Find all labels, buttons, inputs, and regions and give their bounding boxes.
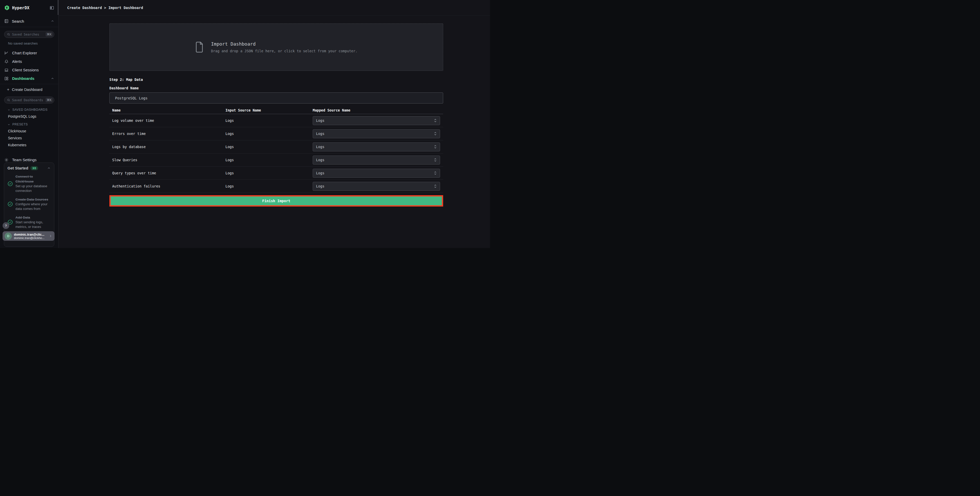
user-name: dominic.tran@clic... xyxy=(14,233,46,236)
user-email: dominic.tran@clickho... xyxy=(14,236,46,239)
row-input-source: Logs xyxy=(223,184,310,188)
shortcut-badge: ⌘K xyxy=(46,32,53,37)
saved-searches-input[interactable] xyxy=(12,32,44,36)
plus-icon: + xyxy=(7,87,9,92)
mapped-source-select[interactable]: Logs xyxy=(313,129,440,138)
hyperdx-logo-icon xyxy=(4,5,10,11)
select-chevrons-icon xyxy=(434,145,437,149)
dropzone-subtitle: Drag and drop a JSON file here, or click… xyxy=(211,49,358,53)
step-title: Create Data Sources xyxy=(16,198,48,201)
row-mapped-source-cell: Logs xyxy=(310,129,443,138)
mapped-source-select[interactable]: Logs xyxy=(313,182,440,191)
sidebar-preset-services[interactable]: Services xyxy=(0,136,59,140)
mapped-source-select[interactable]: Logs xyxy=(313,169,440,178)
shortcut-badge: ⌘K xyxy=(46,98,53,102)
select-chevrons-icon xyxy=(434,158,437,162)
mapped-source-select[interactable]: Logs xyxy=(313,142,440,152)
breadcrumb: Create Dashboard > Import Dashboard xyxy=(67,6,143,10)
step-desc: Set up your database connection xyxy=(16,184,51,193)
finish-import-button[interactable]: Finish Import xyxy=(111,196,442,205)
chevron-up-icon[interactable] xyxy=(47,166,51,170)
get-started-step-connect[interactable]: Connect to ClickHouse Set up your databa… xyxy=(8,174,51,193)
search-section-label: Search xyxy=(12,19,24,24)
sidebar-item-client-sessions[interactable]: Client Sessions xyxy=(0,66,59,74)
sidebar-dashboard-postgresql-logs[interactable]: PostgreSQL Logs xyxy=(0,114,59,118)
group-saved-dashboards[interactable]: SAVED DASHBOARDS xyxy=(0,108,59,112)
table-row: Logs by database Logs Logs xyxy=(110,140,443,153)
row-mapped-source-cell: Logs xyxy=(310,169,443,178)
step-title: Add Data xyxy=(16,215,30,219)
nav-label: Client Sessions xyxy=(12,68,38,72)
search-icon xyxy=(7,98,10,102)
row-mapped-source-cell: Logs xyxy=(310,182,443,191)
row-name: Authentication failures xyxy=(110,184,223,188)
import-dashboard-panel: Import Dashboard Drag and drop a JSON fi… xyxy=(110,24,443,207)
select-value: Logs xyxy=(316,118,325,123)
select-chevrons-icon xyxy=(434,171,437,175)
finish-import-highlight: Finish Import xyxy=(110,195,443,207)
select-value: Logs xyxy=(316,184,325,188)
chevron-down-icon xyxy=(8,123,10,126)
saved-dashboards-searchbox[interactable]: ⌘K xyxy=(4,97,54,104)
table-row: Slow Queries Logs Logs xyxy=(110,153,443,167)
create-dashboard-label: Create Dashboard xyxy=(12,88,43,92)
row-input-source: Logs xyxy=(223,158,310,162)
logo-row: HyperDX xyxy=(0,0,59,16)
table-row: Log volume over time Logs Logs xyxy=(110,114,443,127)
step-label: Step 2: Map Data xyxy=(110,78,443,81)
collapse-sidebar-icon[interactable] xyxy=(49,5,54,10)
row-mapped-source-cell: Logs xyxy=(310,116,443,125)
row-name: Query types over time xyxy=(110,171,223,175)
group-presets[interactable]: PRESETS xyxy=(0,123,59,126)
gear-icon xyxy=(4,158,9,162)
saved-dashboards-input[interactable] xyxy=(12,98,44,102)
create-dashboard-button[interactable]: + Create Dashboard xyxy=(0,84,59,95)
chevron-up-icon[interactable] xyxy=(51,19,54,23)
help-button[interactable]: ? xyxy=(3,222,9,229)
user-menu[interactable]: D dominic.tran@clic... dominic.tran@clic… xyxy=(3,231,54,241)
select-chevrons-icon xyxy=(434,132,437,136)
dashboard-name-input[interactable] xyxy=(110,93,443,104)
chevron-up-icon[interactable] xyxy=(51,77,54,80)
row-name: Slow Queries xyxy=(110,158,223,162)
chart-line-icon xyxy=(4,51,9,55)
dashboard-name-label: Dashboard Name xyxy=(110,86,443,90)
hyperdx-logo[interactable]: HyperDX xyxy=(4,5,29,11)
get-started-header: Get Started 3/3 xyxy=(8,166,51,170)
check-circle-icon xyxy=(8,181,13,187)
sidebar-item-dashboards[interactable]: Dashboards xyxy=(0,74,59,83)
select-value: Logs xyxy=(316,171,325,175)
row-mapped-source-cell: Logs xyxy=(310,156,443,164)
laptop-icon xyxy=(4,68,9,72)
column-header-mapped-source: Mapped Source Name xyxy=(310,108,443,112)
sidebar-scrollbar[interactable] xyxy=(58,0,59,15)
step-desc: Configure where your data comes from xyxy=(16,202,51,211)
row-mapped-source-cell: Logs xyxy=(310,142,443,152)
journal-icon xyxy=(4,19,9,24)
get-started-step-add-data[interactable]: Add Data Start sending logs, metrics, or… xyxy=(8,215,51,229)
mapped-source-select[interactable]: Logs xyxy=(313,156,440,164)
mapped-source-select[interactable]: Logs xyxy=(313,116,440,125)
json-file-dropzone[interactable]: Import Dashboard Drag and drop a JSON fi… xyxy=(110,24,443,71)
progress-badge: 3/3 xyxy=(30,166,38,170)
sidebar-item-chart-explorer[interactable]: Chart Explorer xyxy=(0,49,59,57)
no-saved-searches-note: No saved searches xyxy=(8,41,59,45)
sidebar: HyperDX Search ⌘K No saved searches xyxy=(0,0,59,248)
row-input-source: Logs xyxy=(223,118,310,123)
row-input-source: Logs xyxy=(223,145,310,149)
sidebar-item-alerts[interactable]: Alerts xyxy=(0,57,59,66)
row-name: Logs by database xyxy=(110,145,223,149)
get-started-step-sources[interactable]: Create Data Sources Configure where your… xyxy=(8,197,51,211)
layout-grid-icon xyxy=(4,76,9,81)
saved-searches-searchbox[interactable]: ⌘K xyxy=(4,31,54,38)
topbar: Create Dashboard > Import Dashboard xyxy=(59,0,490,16)
sidebar-preset-kubernetes[interactable]: Kubernetes xyxy=(0,143,59,147)
sidebar-preset-clickhouse[interactable]: ClickHouse xyxy=(0,129,59,133)
step-desc: Start sending logs, metrics, or traces xyxy=(16,220,51,229)
select-chevrons-icon xyxy=(434,118,437,123)
sidebar-item-search[interactable]: Search xyxy=(0,16,59,27)
nav-label: Chart Explorer xyxy=(12,51,37,55)
dropzone-title: Import Dashboard xyxy=(211,41,358,46)
column-header-input-source: Input Source Name xyxy=(223,108,310,112)
table-row: Errors over time Logs Logs xyxy=(110,127,443,140)
